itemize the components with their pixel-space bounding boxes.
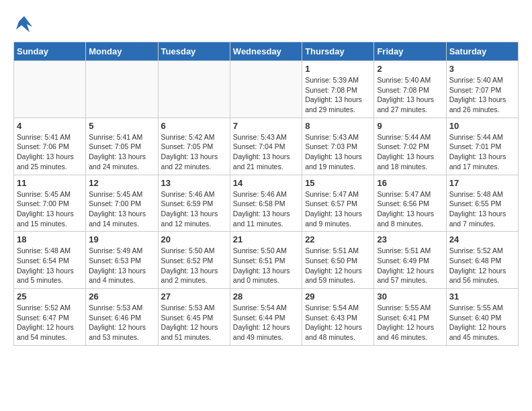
day-number: 6 bbox=[161, 121, 227, 131]
svg-marker-0 bbox=[16, 16, 32, 32]
calendar-cell: 12Sunrise: 5:45 AM Sunset: 7:00 PM Dayli… bbox=[86, 175, 158, 232]
calendar-cell: 22Sunrise: 5:51 AM Sunset: 6:50 PM Dayli… bbox=[302, 232, 374, 289]
day-number: 31 bbox=[449, 291, 515, 302]
calendar-cell: 18Sunrise: 5:48 AM Sunset: 6:54 PM Dayli… bbox=[14, 232, 86, 289]
day-info: Sunrise: 5:46 AM Sunset: 6:59 PM Dayligh… bbox=[161, 189, 227, 229]
day-number: 13 bbox=[161, 178, 227, 188]
day-number: 26 bbox=[89, 291, 154, 302]
calendar-cell: 13Sunrise: 5:46 AM Sunset: 6:59 PM Dayli… bbox=[158, 175, 230, 232]
calendar-cell: 20Sunrise: 5:50 AM Sunset: 6:52 PM Dayli… bbox=[158, 232, 230, 289]
calendar-cell bbox=[14, 61, 86, 118]
day-number: 7 bbox=[233, 121, 299, 131]
day-number: 18 bbox=[17, 234, 83, 244]
day-info: Sunrise: 5:45 AM Sunset: 7:00 PM Dayligh… bbox=[17, 189, 83, 229]
day-number: 1 bbox=[305, 64, 371, 74]
day-number: 3 bbox=[449, 64, 515, 74]
calendar-cell: 30Sunrise: 5:55 AM Sunset: 6:41 PM Dayli… bbox=[374, 289, 446, 346]
calendar-cell: 5Sunrise: 5:41 AM Sunset: 7:05 PM Daylig… bbox=[86, 118, 158, 175]
day-info: Sunrise: 5:52 AM Sunset: 6:48 PM Dayligh… bbox=[449, 246, 515, 285]
calendar-cell: 25Sunrise: 5:52 AM Sunset: 6:47 PM Dayli… bbox=[14, 289, 86, 346]
calendar-week-row: 4Sunrise: 5:41 AM Sunset: 7:06 PM Daylig… bbox=[14, 118, 519, 175]
calendar-cell: 7Sunrise: 5:43 AM Sunset: 7:04 PM Daylig… bbox=[230, 118, 302, 175]
weekday-header-thursday: Thursday bbox=[302, 42, 374, 61]
day-number: 28 bbox=[233, 291, 299, 302]
day-info: Sunrise: 5:41 AM Sunset: 7:05 PM Dayligh… bbox=[89, 132, 154, 172]
day-number: 8 bbox=[305, 121, 371, 131]
day-info: Sunrise: 5:39 AM Sunset: 7:08 PM Dayligh… bbox=[305, 75, 371, 115]
day-info: Sunrise: 5:45 AM Sunset: 7:00 PM Dayligh… bbox=[89, 189, 154, 229]
day-number: 17 bbox=[449, 178, 515, 188]
day-number: 22 bbox=[305, 234, 371, 244]
day-info: Sunrise: 5:43 AM Sunset: 7:04 PM Dayligh… bbox=[233, 132, 299, 172]
calendar-cell: 6Sunrise: 5:42 AM Sunset: 7:05 PM Daylig… bbox=[158, 118, 230, 175]
day-info: Sunrise: 5:50 AM Sunset: 6:52 PM Dayligh… bbox=[161, 246, 227, 285]
day-info: Sunrise: 5:48 AM Sunset: 6:55 PM Dayligh… bbox=[449, 189, 515, 229]
day-number: 24 bbox=[449, 234, 515, 244]
day-number: 19 bbox=[89, 234, 154, 244]
logo bbox=[13, 13, 38, 35]
day-info: Sunrise: 5:41 AM Sunset: 7:06 PM Dayligh… bbox=[17, 132, 83, 172]
weekday-header-tuesday: Tuesday bbox=[158, 42, 230, 61]
calendar-cell: 26Sunrise: 5:53 AM Sunset: 6:46 PM Dayli… bbox=[86, 289, 158, 346]
weekday-header-row: SundayMondayTuesdayWednesdayThursdayFrid… bbox=[14, 42, 519, 61]
day-info: Sunrise: 5:43 AM Sunset: 7:03 PM Dayligh… bbox=[305, 132, 371, 172]
calendar-week-row: 18Sunrise: 5:48 AM Sunset: 6:54 PM Dayli… bbox=[14, 232, 519, 289]
calendar-cell bbox=[86, 61, 158, 118]
weekday-header-wednesday: Wednesday bbox=[230, 42, 302, 61]
day-number: 14 bbox=[233, 178, 299, 188]
calendar-cell: 16Sunrise: 5:47 AM Sunset: 6:56 PM Dayli… bbox=[374, 175, 446, 232]
day-number: 9 bbox=[377, 121, 443, 131]
day-info: Sunrise: 5:52 AM Sunset: 6:47 PM Dayligh… bbox=[17, 303, 83, 342]
day-info: Sunrise: 5:50 AM Sunset: 6:51 PM Dayligh… bbox=[233, 246, 299, 285]
calendar-cell: 28Sunrise: 5:54 AM Sunset: 6:44 PM Dayli… bbox=[230, 289, 302, 346]
calendar-cell: 19Sunrise: 5:49 AM Sunset: 6:53 PM Dayli… bbox=[86, 232, 158, 289]
day-info: Sunrise: 5:51 AM Sunset: 6:50 PM Dayligh… bbox=[305, 246, 371, 285]
calendar-cell bbox=[158, 61, 230, 118]
calendar-cell: 29Sunrise: 5:54 AM Sunset: 6:43 PM Dayli… bbox=[302, 289, 374, 346]
calendar-cell: 31Sunrise: 5:55 AM Sunset: 6:40 PM Dayli… bbox=[446, 289, 518, 346]
calendar-cell: 11Sunrise: 5:45 AM Sunset: 7:00 PM Dayli… bbox=[14, 175, 86, 232]
day-number: 15 bbox=[305, 178, 371, 188]
day-number: 27 bbox=[161, 291, 227, 302]
calendar-week-row: 11Sunrise: 5:45 AM Sunset: 7:00 PM Dayli… bbox=[14, 175, 519, 232]
day-info: Sunrise: 5:46 AM Sunset: 6:58 PM Dayligh… bbox=[233, 189, 299, 229]
calendar-cell: 17Sunrise: 5:48 AM Sunset: 6:55 PM Dayli… bbox=[446, 175, 518, 232]
day-info: Sunrise: 5:55 AM Sunset: 6:40 PM Dayligh… bbox=[449, 303, 515, 342]
day-info: Sunrise: 5:49 AM Sunset: 6:53 PM Dayligh… bbox=[89, 246, 154, 285]
calendar-cell: 9Sunrise: 5:44 AM Sunset: 7:02 PM Daylig… bbox=[374, 118, 446, 175]
day-info: Sunrise: 5:51 AM Sunset: 6:49 PM Dayligh… bbox=[377, 246, 443, 285]
calendar-cell: 27Sunrise: 5:53 AM Sunset: 6:45 PM Dayli… bbox=[158, 289, 230, 346]
day-info: Sunrise: 5:40 AM Sunset: 7:08 PM Dayligh… bbox=[377, 75, 443, 115]
day-info: Sunrise: 5:53 AM Sunset: 6:46 PM Dayligh… bbox=[89, 303, 154, 342]
calendar-cell: 14Sunrise: 5:46 AM Sunset: 6:58 PM Dayli… bbox=[230, 175, 302, 232]
day-number: 5 bbox=[89, 121, 154, 131]
calendar-cell: 1Sunrise: 5:39 AM Sunset: 7:08 PM Daylig… bbox=[302, 61, 374, 118]
day-number: 4 bbox=[17, 121, 83, 131]
calendar-cell: 8Sunrise: 5:43 AM Sunset: 7:03 PM Daylig… bbox=[302, 118, 374, 175]
day-info: Sunrise: 5:54 AM Sunset: 6:44 PM Dayligh… bbox=[233, 303, 299, 342]
day-info: Sunrise: 5:40 AM Sunset: 7:07 PM Dayligh… bbox=[449, 75, 515, 115]
day-number: 23 bbox=[377, 234, 443, 244]
calendar-table: SundayMondayTuesdayWednesdayThursdayFrid… bbox=[13, 42, 519, 346]
calendar-week-row: 25Sunrise: 5:52 AM Sunset: 6:47 PM Dayli… bbox=[14, 289, 519, 346]
day-number: 11 bbox=[17, 178, 83, 188]
day-info: Sunrise: 5:44 AM Sunset: 7:02 PM Dayligh… bbox=[377, 132, 443, 172]
calendar-cell: 23Sunrise: 5:51 AM Sunset: 6:49 PM Dayli… bbox=[374, 232, 446, 289]
day-info: Sunrise: 5:47 AM Sunset: 6:56 PM Dayligh… bbox=[377, 189, 443, 229]
day-number: 16 bbox=[377, 178, 443, 188]
calendar-cell bbox=[230, 61, 302, 118]
calendar-cell: 3Sunrise: 5:40 AM Sunset: 7:07 PM Daylig… bbox=[446, 61, 518, 118]
weekday-header-saturday: Saturday bbox=[446, 42, 518, 61]
calendar-cell: 15Sunrise: 5:47 AM Sunset: 6:57 PM Dayli… bbox=[302, 175, 374, 232]
day-info: Sunrise: 5:47 AM Sunset: 6:57 PM Dayligh… bbox=[305, 189, 371, 229]
calendar-cell: 4Sunrise: 5:41 AM Sunset: 7:06 PM Daylig… bbox=[14, 118, 86, 175]
day-number: 2 bbox=[377, 64, 443, 74]
page-header bbox=[13, 13, 519, 35]
calendar-cell: 2Sunrise: 5:40 AM Sunset: 7:08 PM Daylig… bbox=[374, 61, 446, 118]
day-info: Sunrise: 5:48 AM Sunset: 6:54 PM Dayligh… bbox=[17, 246, 83, 285]
weekday-header-sunday: Sunday bbox=[14, 42, 86, 61]
logo-icon bbox=[13, 13, 35, 35]
day-number: 10 bbox=[449, 121, 515, 131]
calendar-cell: 21Sunrise: 5:50 AM Sunset: 6:51 PM Dayli… bbox=[230, 232, 302, 289]
day-number: 30 bbox=[377, 291, 443, 302]
